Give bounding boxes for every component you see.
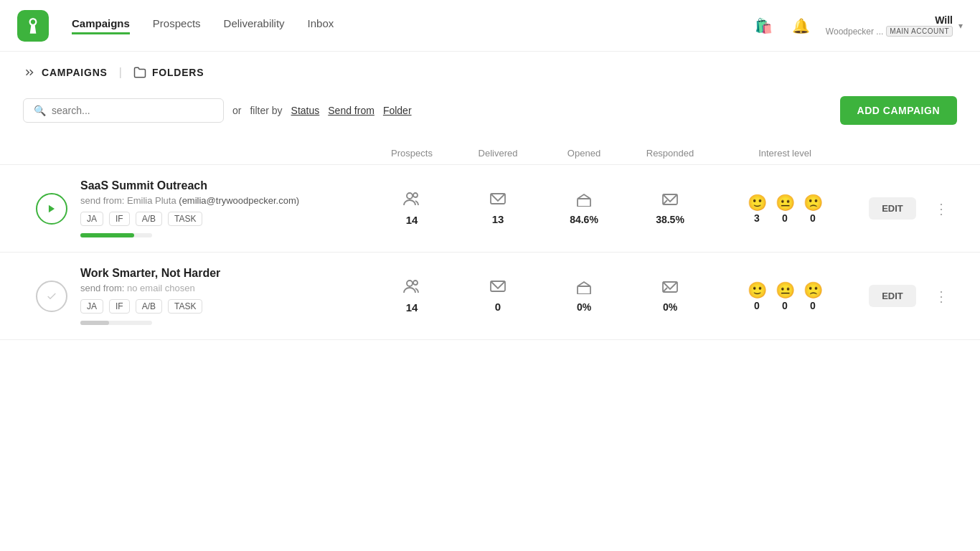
opened-value: 84.6%	[541, 214, 627, 225]
search-icon: 🔍	[34, 105, 46, 116]
stat-delivered-2: 0	[455, 279, 541, 313]
sad-face-icon: 🙁	[804, 194, 823, 212]
checkbox-icon	[46, 291, 57, 302]
campaign-tags: JA IF A/B TASK	[80, 212, 369, 226]
campaign-progress-fill	[80, 233, 134, 237]
more-options-button[interactable]: ⋮	[928, 197, 954, 220]
svg-marker-0	[49, 204, 55, 212]
tag-if[interactable]: IF	[109, 212, 130, 226]
interest-cell-2: 🙂 0 😐 0 🙁 0	[713, 281, 857, 311]
opened-value-2: 0%	[541, 301, 627, 313]
tag-ja-2[interactable]: JA	[80, 299, 103, 314]
tag-task-2[interactable]: TASK	[168, 299, 202, 314]
logo-icon	[24, 17, 42, 35]
delivered-icon-2	[455, 279, 541, 298]
interest-positive-2: 🙂 0	[748, 281, 767, 311]
campaign-sender: send from: Emilia Pluta (emilia@trywoodp…	[80, 195, 369, 206]
play-button[interactable]	[36, 193, 67, 225]
sad-face-icon-2: 🙁	[804, 281, 823, 300]
col-header-delivered: Delivered	[455, 148, 541, 159]
breadcrumb-divider: |	[119, 66, 122, 79]
more-cell: ⋮	[928, 197, 957, 220]
nav-campaigns[interactable]: Campaigns	[72, 17, 130, 34]
responded-value-2: 0%	[627, 301, 713, 313]
svg-point-1	[407, 193, 413, 199]
filter-send-from-link[interactable]: Send from	[328, 105, 374, 116]
add-campaign-button[interactable]: ADD CAMPAIGN	[840, 96, 957, 125]
nav-prospects[interactable]: Prospects	[153, 17, 201, 34]
campaign-name[interactable]: SaaS Summit Outreach	[80, 179, 369, 192]
filter-status-link[interactable]: Status	[291, 105, 320, 116]
happy-face-icon: 🙂	[748, 194, 767, 212]
filter-folder-link[interactable]: Folder	[383, 105, 412, 116]
prospects-value: 14	[369, 214, 455, 226]
toolbar: 🔍 or filter by Status Send from Folder A…	[0, 90, 980, 142]
notification-icon-btn[interactable]: 🔔	[788, 13, 814, 39]
breadcrumb-folders[interactable]: FOLDERS	[133, 66, 204, 79]
interest-positive-count: 3	[748, 212, 767, 224]
shopping-icon-btn[interactable]: 🛍️	[751, 13, 777, 39]
campaign-sender-2: send from: no email chosen	[80, 283, 369, 293]
responded-value: 38.5%	[627, 214, 713, 225]
stat-prospects-2: 14	[369, 278, 455, 314]
search-box[interactable]: 🔍	[23, 98, 224, 123]
interest-neutral-2: 😐 0	[776, 281, 795, 311]
tag-ab[interactable]: A/B	[136, 212, 162, 226]
more-options-button-2[interactable]: ⋮	[928, 285, 954, 308]
svg-rect-9	[578, 286, 590, 294]
main-account-badge: MAIN ACCOUNT	[886, 26, 953, 37]
campaign-status-icon	[23, 193, 80, 225]
campaign-name-2[interactable]: Work Smarter, Not Harder	[80, 267, 369, 280]
app-logo[interactable]	[17, 10, 49, 42]
svg-point-2	[413, 193, 418, 197]
user-menu[interactable]: Will Woodpecker ... MAIN ACCOUNT ▾	[826, 14, 963, 37]
delivered-value-2: 0	[455, 301, 541, 313]
filter-by-label: filter by	[250, 105, 282, 116]
stat-responded: 38.5%	[627, 192, 713, 225]
campaign-progress-bar-2	[80, 321, 152, 325]
tag-if-2[interactable]: IF	[109, 299, 130, 314]
stat-opened: 84.6%	[541, 192, 627, 225]
breadcrumb-campaigns[interactable]: CAMPAIGNS	[23, 66, 108, 79]
delivered-value: 13	[455, 213, 541, 225]
campaign-row: Work Smarter, Not Harder send from: no e…	[0, 253, 980, 340]
filter-or-label: or	[232, 105, 241, 116]
neutral-face-icon: 😐	[776, 194, 795, 212]
play-icon	[47, 204, 57, 214]
stat-opened-2: 0%	[541, 280, 627, 313]
stat-delivered: 13	[455, 192, 541, 225]
col-header-responded: Responded	[627, 148, 713, 159]
user-name: Will	[826, 14, 953, 26]
prospects-icon-2	[369, 278, 455, 298]
breadcrumb-campaigns-label: CAMPAIGNS	[42, 67, 108, 78]
tag-ja[interactable]: JA	[80, 212, 103, 226]
tag-task[interactable]: TASK	[168, 212, 202, 226]
search-input[interactable]	[52, 105, 213, 116]
navbar: Campaigns Prospects Deliverability Inbox…	[0, 0, 980, 52]
user-info: Will Woodpecker ... MAIN ACCOUNT	[826, 14, 953, 37]
edit-cell: EDIT	[857, 197, 928, 220]
edit-campaign-button[interactable]: EDIT	[869, 197, 916, 220]
prospects-value-2: 14	[369, 301, 455, 314]
svg-point-6	[407, 281, 413, 286]
interest-cell: 🙂 3 😐 0 🙁 0	[713, 194, 857, 224]
opened-icon-2	[541, 280, 627, 298]
nav-deliverability[interactable]: Deliverability	[224, 17, 285, 34]
col-header-prospects: Prospects	[369, 148, 455, 159]
checkbox-button[interactable]	[36, 281, 67, 312]
delivered-icon	[455, 192, 541, 210]
user-account: Woodpecker ... MAIN ACCOUNT	[826, 26, 953, 37]
interest-negative: 🙁 0	[804, 194, 823, 224]
stat-responded-2: 0%	[627, 280, 713, 313]
campaigns-breadcrumb-icon	[23, 66, 36, 79]
campaign-tags-2: JA IF A/B TASK	[80, 299, 369, 314]
tag-ab-2[interactable]: A/B	[136, 299, 162, 314]
interest-neutral-count-2: 0	[776, 300, 795, 311]
interest-negative-count-2: 0	[804, 300, 823, 311]
col-header-interest: Interest level	[713, 148, 857, 159]
nav-inbox[interactable]: Inbox	[308, 17, 334, 34]
edit-campaign-button-2[interactable]: EDIT	[869, 285, 916, 307]
nav-right: 🛍️ 🔔 Will Woodpecker ... MAIN ACCOUNT ▾	[751, 13, 963, 39]
breadcrumb: CAMPAIGNS | FOLDERS	[0, 52, 980, 90]
stat-prospects: 14	[369, 191, 455, 226]
